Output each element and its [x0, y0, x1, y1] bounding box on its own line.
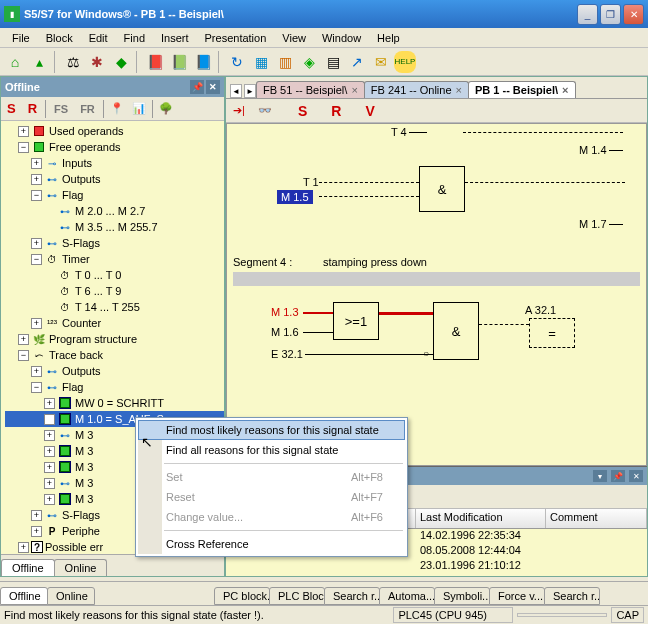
chart-icon[interactable]: 📊: [130, 100, 148, 118]
ladder-v[interactable]: V: [365, 103, 374, 119]
bug-icon[interactable]: ✱: [86, 51, 108, 73]
menu-view[interactable]: View: [274, 30, 314, 46]
tree-sflags[interactable]: S-Flags: [62, 237, 100, 249]
tab-close-icon[interactable]: ×: [562, 84, 568, 96]
menu-insert[interactable]: Insert: [153, 30, 197, 46]
tree-inputs[interactable]: Inputs: [62, 157, 92, 169]
book1-icon[interactable]: 📕: [144, 51, 166, 73]
expand-icon[interactable]: +: [18, 126, 29, 137]
ctx-reset[interactable]: ResetAlt+F7: [138, 487, 405, 507]
help-icon[interactable]: HELP: [394, 51, 416, 73]
tree-outputs[interactable]: Outputs: [62, 173, 101, 185]
ctx-cross-ref[interactable]: Cross Reference: [138, 534, 405, 554]
pane-menu-icon[interactable]: ▾: [593, 470, 607, 482]
tree-trace-back[interactable]: Trace back: [49, 349, 103, 361]
menu-block[interactable]: Block: [38, 30, 81, 46]
book2-icon[interactable]: 📗: [168, 51, 190, 73]
glasses-icon[interactable]: 👓: [256, 102, 274, 120]
btab-plcbloc[interactable]: PLC Bloc...: [269, 587, 325, 605]
tree-flag2[interactable]: Flag: [62, 381, 83, 393]
ctx-set[interactable]: SetAlt+F8: [138, 467, 405, 487]
calc-icon[interactable]: ▤: [322, 51, 344, 73]
pane-close2-icon[interactable]: ✕: [629, 470, 643, 482]
col-last-mod[interactable]: Last Modification: [416, 509, 546, 528]
pin-icon[interactable]: 📍: [108, 100, 126, 118]
tab-fb241[interactable]: FB 241 -- Online×: [364, 81, 469, 98]
grid-row[interactable]: 23.01.1996 21:10:02: [226, 574, 647, 576]
tab-pb1[interactable]: PB 1 -- Beispiel\×: [468, 81, 576, 98]
btab-automa[interactable]: Automa...: [379, 587, 435, 605]
pane-close-button[interactable]: ✕: [206, 80, 220, 94]
up-icon[interactable]: ▴: [28, 51, 50, 73]
chip-icon[interactable]: ▥: [274, 51, 296, 73]
tree-t0[interactable]: T 0 ... T 0: [75, 269, 121, 281]
book3-icon[interactable]: 📘: [192, 51, 214, 73]
tree-prog-struct[interactable]: Program structure: [49, 333, 137, 345]
ctx-change-value[interactable]: Change value...Alt+F6: [138, 507, 405, 527]
tree-icon[interactable]: 🌳: [157, 100, 175, 118]
tree-m3c[interactable]: M 3: [75, 461, 93, 473]
tree-t6[interactable]: T 6 ... T 9: [75, 285, 121, 297]
tree-counter[interactable]: Counter: [62, 317, 101, 329]
compare-icon[interactable]: ⚖: [62, 51, 84, 73]
tree-periph[interactable]: Periphe: [62, 525, 100, 537]
btab-searchr[interactable]: Search r...: [324, 587, 380, 605]
mail-icon[interactable]: ✉: [370, 51, 392, 73]
tree-free-operands[interactable]: Free operands: [49, 141, 121, 153]
btab-online[interactable]: Online: [47, 587, 95, 605]
tree-m3a[interactable]: M 3: [75, 429, 93, 441]
minimize-button[interactable]: _: [577, 4, 598, 25]
tree-m3d[interactable]: M 3: [75, 477, 93, 489]
flag-icon[interactable]: ◈: [298, 51, 320, 73]
tab-fb51[interactable]: FB 51 -- Beispiel\×: [256, 81, 365, 98]
ladder-s[interactable]: S: [298, 103, 307, 119]
collapse-icon[interactable]: −: [18, 142, 29, 153]
tree-timer[interactable]: Timer: [62, 253, 90, 265]
home-icon[interactable]: ⌂: [4, 51, 26, 73]
tab-online[interactable]: Online: [54, 559, 108, 576]
tab-nav-right-icon[interactable]: ►: [244, 84, 256, 98]
tree-m3e[interactable]: M 3: [75, 493, 93, 505]
close-button[interactable]: ✕: [623, 4, 644, 25]
tab-nav-left-icon[interactable]: ◄: [230, 84, 242, 98]
ladder-diagram[interactable]: T 4 M 1.4 T 1 M 1.5 & M 1.7 Segment 4 : …: [226, 123, 647, 466]
tree-used-operands[interactable]: Used operands: [49, 125, 124, 137]
tree-flag[interactable]: Flag: [62, 189, 83, 201]
ctx-find-all[interactable]: Find all reasons for this signal state: [138, 440, 405, 460]
menu-file[interactable]: File: [4, 30, 38, 46]
tree-m3b[interactable]: M 3: [75, 445, 93, 457]
tab-offline[interactable]: Offline: [1, 559, 55, 576]
arrow-icon[interactable]: ➔|: [230, 102, 248, 120]
export-icon[interactable]: ↗: [346, 51, 368, 73]
tool-icon[interactable]: ◆: [110, 51, 132, 73]
tool-fs[interactable]: FS: [50, 103, 72, 115]
ctx-find-likely[interactable]: Find most likely reasons for this signal…: [138, 420, 405, 440]
tree-outputs2[interactable]: Outputs: [62, 365, 101, 377]
tree-poss[interactable]: Possible err: [45, 541, 103, 553]
btab-pcblock[interactable]: PC block...: [214, 587, 270, 605]
tab-close-icon[interactable]: ×: [351, 84, 357, 96]
btab-forcev[interactable]: Force v...: [489, 587, 545, 605]
refresh-icon[interactable]: ↻: [226, 51, 248, 73]
btab-symboli[interactable]: Symboli...: [434, 587, 490, 605]
tree-t14[interactable]: T 14 ... T 255: [75, 301, 140, 313]
play-icon[interactable]: ▦: [250, 51, 272, 73]
tool-r[interactable]: R: [24, 101, 41, 116]
btab-searchr2[interactable]: Search r...: [544, 587, 600, 605]
pane-pin2-icon[interactable]: 📌: [611, 470, 625, 482]
pane-pin-button[interactable]: 📌: [190, 80, 204, 94]
btab-offline[interactable]: Offline: [0, 587, 48, 605]
menu-find[interactable]: Find: [116, 30, 153, 46]
tool-fr[interactable]: FR: [76, 103, 99, 115]
tool-s[interactable]: S: [3, 101, 20, 116]
maximize-button[interactable]: ❐: [600, 4, 621, 25]
tree-m-range-2[interactable]: M 3.5 ... M 255.7: [75, 221, 158, 233]
ladder-r[interactable]: R: [331, 103, 341, 119]
tab-close-icon[interactable]: ×: [456, 84, 462, 96]
menu-window[interactable]: Window: [314, 30, 369, 46]
tree-sflags2[interactable]: S-Flags: [62, 509, 100, 521]
tree-mw0[interactable]: MW 0 = SCHRITT: [75, 397, 164, 409]
col-comment[interactable]: Comment: [546, 509, 647, 528]
menu-help[interactable]: Help: [369, 30, 408, 46]
tree-m-range-1[interactable]: M 2.0 ... M 2.7: [75, 205, 145, 217]
